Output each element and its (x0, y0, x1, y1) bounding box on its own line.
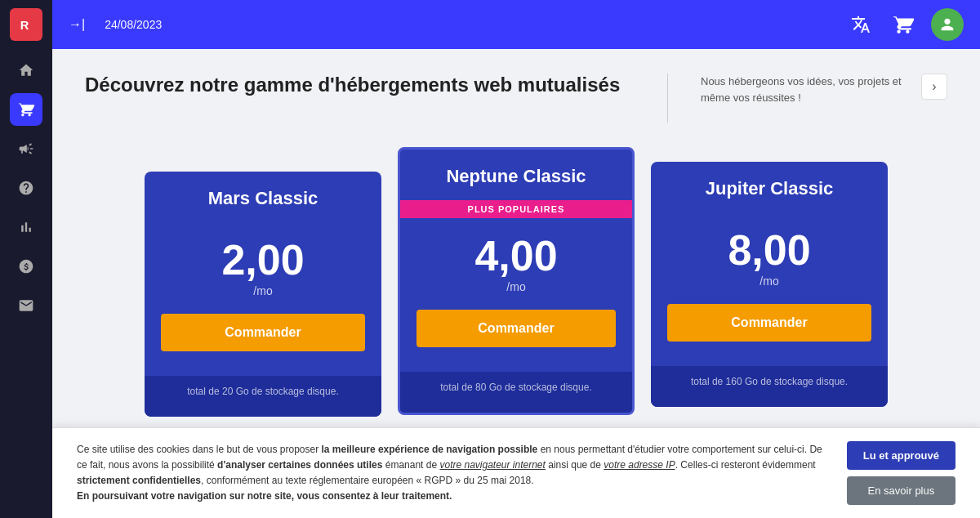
sidebar-item-help[interactable] (10, 172, 42, 204)
plan-neptune-badge: PLUS POPULAIRES (400, 200, 632, 218)
plan-neptune-body: 4,00 /mo Commander (400, 218, 632, 372)
plan-neptune-name: Neptune Classic (416, 166, 616, 187)
plan-jupiter-period: /mo (667, 275, 871, 288)
plan-mars-cta[interactable]: Commander (161, 314, 365, 351)
plan-mars-name: Mars Classic (161, 188, 365, 209)
cookie-approve-button[interactable]: Lu et approuvé (847, 441, 956, 470)
main-content: →| 24/08/2023 Découvrez notre gamme d'hé… (52, 0, 980, 518)
plan-neptune-cta[interactable]: Commander (416, 310, 616, 347)
plan-jupiter-name: Jupiter Classic (667, 178, 871, 199)
user-avatar[interactable] (931, 8, 964, 41)
plan-mars-footer: total de 20 Go de stockage disque. (145, 376, 381, 417)
sidebar-item-home[interactable] (10, 54, 42, 87)
sidebar-item-shop[interactable] (10, 93, 42, 126)
plan-mars-body: 2,00 /mo Commander (145, 222, 381, 376)
plan-neptune-header: Neptune Classic (400, 150, 632, 200)
svg-text:R: R (20, 19, 29, 32)
page-title: Découvrez notre gamme d'hébergements web… (85, 74, 635, 96)
cart-icon[interactable] (889, 10, 918, 39)
plan-jupiter-body: 8,00 /mo Commander (651, 212, 888, 366)
plan-neptune-footer: total de 80 Go de stockage disque. (400, 372, 632, 413)
sidebar-item-stats[interactable] (10, 211, 42, 243)
plan-jupiter-cta[interactable]: Commander (667, 304, 871, 342)
cookie-buttons: Lu et approuvé En savoir plus (847, 441, 956, 505)
collapse-button[interactable]: › (921, 74, 947, 100)
sidebar-item-megaphone[interactable] (10, 132, 42, 165)
nav-arrow: →| (69, 17, 85, 32)
language-switcher[interactable] (846, 10, 875, 39)
sidebar-item-dollar[interactable] (10, 250, 42, 283)
plan-neptune-price: 4,00 (416, 234, 616, 277)
plan-neptune: Neptune Classic PLUS POPULAIRES 4,00 /mo… (398, 147, 635, 415)
sidebar: R (0, 0, 52, 518)
divider (667, 74, 668, 123)
page-header: Découvrez notre gamme d'hébergements web… (85, 74, 947, 123)
plan-neptune-period: /mo (416, 280, 616, 293)
plan-mars-price: 2,00 (161, 239, 365, 281)
plans-container: Mars Classic 2,00 /mo Commander total de… (85, 147, 947, 417)
cookie-learn-button[interactable]: En savoir plus (847, 476, 956, 505)
cookie-banner: Ce site utilise des cookies dans le but … (52, 427, 980, 518)
page-title-section: Découvrez notre gamme d'hébergements web… (85, 74, 635, 96)
sidebar-logo[interactable]: R (10, 8, 42, 41)
header: →| 24/08/2023 (52, 0, 980, 49)
plan-mars-period: /mo (161, 284, 365, 297)
breadcrumb-nav[interactable]: →| (69, 17, 85, 32)
page-content: Découvrez notre gamme d'hébergements web… (52, 49, 980, 518)
sidebar-item-mail[interactable] (10, 289, 42, 322)
page-subtitle: Nous hébergeons vos idées, vos projets e… (701, 74, 905, 105)
cookie-text: Ce site utilise des cookies dans le but … (77, 442, 831, 505)
plan-mars-header: Mars Classic (145, 172, 381, 222)
plan-jupiter-price: 8,00 (667, 229, 871, 271)
header-date: 24/08/2023 (105, 18, 162, 31)
plan-mars: Mars Classic 2,00 /mo Commander total de… (145, 172, 381, 417)
plan-jupiter-footer: total de 160 Go de stockage disque. (651, 366, 888, 407)
plan-jupiter: Jupiter Classic 8,00 /mo Commander total… (651, 162, 888, 407)
plan-jupiter-header: Jupiter Classic (651, 162, 888, 212)
